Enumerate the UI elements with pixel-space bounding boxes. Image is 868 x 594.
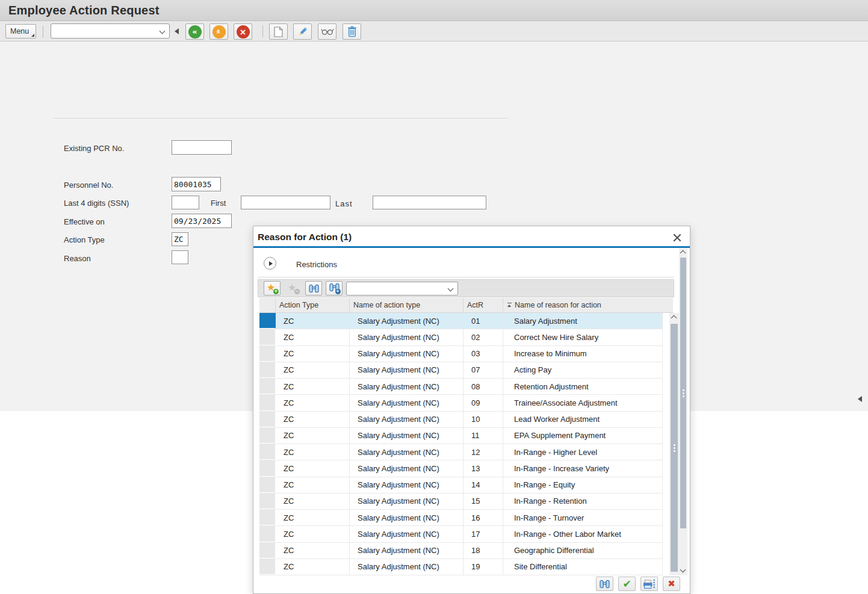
row-selection-marker[interactable] [259, 395, 276, 410]
create-button[interactable] [269, 23, 288, 40]
cell-name-of-action-type[interactable]: Salary Adjustment (NC) [350, 379, 463, 394]
table-row[interactable]: ZC Salary Adjustment (NC) 11 EPA Supplem… [259, 428, 663, 444]
cell-actr[interactable]: 14 [463, 477, 503, 493]
cell-action-type[interactable]: ZC [276, 526, 350, 542]
cell-actr[interactable]: 19 [463, 559, 503, 575]
row-selection-marker[interactable] [259, 444, 276, 460]
cell-name-of-action-type[interactable]: Salary Adjustment (NC) [350, 559, 463, 575]
cell-action-type[interactable]: ZC [276, 346, 350, 362]
table-row[interactable]: ZC Salary Adjustment (NC) 07 Acting Pay [259, 362, 663, 379]
change-button[interactable] [293, 23, 312, 40]
cell-reason[interactable]: Geographic Differential [503, 543, 663, 558]
dialog-scrollbar-thumb[interactable] [680, 258, 686, 528]
close-icon[interactable] [671, 232, 683, 244]
cell-name-of-action-type[interactable]: Salary Adjustment (NC) [350, 543, 463, 558]
display-button[interactable] [318, 23, 336, 40]
cell-reason[interactable]: In-Range - Increase Variety [503, 460, 663, 476]
cell-action-type[interactable]: ZC [276, 412, 350, 427]
cell-actr[interactable]: 13 [463, 460, 503, 476]
chevron-down-icon[interactable] [448, 286, 454, 292]
cell-name-of-action-type[interactable]: Salary Adjustment (NC) [350, 412, 463, 427]
cell-name-of-action-type[interactable]: Salary Adjustment (NC) [350, 428, 463, 444]
cell-reason[interactable]: Site Differential [503, 559, 663, 575]
cancel-button[interactable]: × [234, 23, 252, 40]
cell-name-of-action-type[interactable]: Salary Adjustment (NC) [350, 313, 463, 329]
cell-name-of-action-type[interactable]: Salary Adjustment (NC) [350, 362, 463, 378]
cell-name-of-action-type[interactable]: Salary Adjustment (NC) [350, 346, 463, 362]
cell-reason[interactable]: Trainee/Associate Adjustment [503, 395, 663, 410]
cell-name-of-action-type[interactable]: Salary Adjustment (NC) [350, 477, 463, 493]
row-selection-marker[interactable] [259, 346, 276, 362]
row-selection-marker[interactable] [259, 510, 276, 525]
cell-reason[interactable]: In-Range - Turnover [503, 510, 663, 525]
dialog-scrollbar[interactable] [679, 249, 687, 575]
row-selection-marker[interactable] [259, 559, 276, 575]
cell-actr[interactable]: 16 [463, 510, 503, 525]
cell-name-of-action-type[interactable]: Salary Adjustment (NC) [350, 493, 463, 509]
cell-actr[interactable]: 12 [463, 444, 503, 460]
last-name-input[interactable] [373, 196, 486, 209]
cell-reason[interactable]: Salary Adjustment [503, 313, 663, 329]
cell-reason[interactable]: In-Range - Equity [503, 477, 663, 493]
cell-actr[interactable]: 15 [463, 493, 503, 509]
table-row[interactable]: ZC Salary Adjustment (NC) 12 In-Range - … [259, 444, 663, 460]
cell-action-type[interactable]: ZC [276, 510, 350, 525]
row-selection-marker[interactable] [259, 428, 276, 444]
row-selection-marker[interactable] [259, 379, 276, 394]
command-field[interactable] [51, 23, 170, 39]
table-row[interactable]: ZC Salary Adjustment (NC) 09 Trainee/Ass… [259, 395, 663, 411]
scroll-down-icon[interactable] [680, 567, 686, 573]
row-selection-marker[interactable] [259, 493, 276, 509]
row-selection-marker[interactable] [259, 412, 276, 427]
cell-name-of-action-type[interactable]: Salary Adjustment (NC) [350, 395, 463, 410]
table-row[interactable]: ZC Salary Adjustment (NC) 13 In-Range - … [259, 460, 663, 477]
command-field-input[interactable] [54, 25, 156, 37]
scroll-up-icon[interactable] [671, 315, 677, 321]
table-row[interactable]: ZC Salary Adjustment (NC) 10 Lead Worker… [259, 412, 663, 428]
exit-button[interactable]: « [209, 23, 228, 40]
table-row[interactable]: ZC Salary Adjustment (NC) 17 In-Range - … [259, 526, 663, 542]
cell-action-type[interactable]: ZC [276, 428, 350, 444]
menu-button[interactable]: Menu [5, 24, 36, 39]
cell-reason[interactable]: Acting Pay [503, 362, 663, 378]
cell-reason[interactable]: Increase to Minimum [503, 346, 663, 362]
chevron-down-icon[interactable] [160, 28, 166, 34]
cell-name-of-action-type[interactable]: Salary Adjustment (NC) [350, 510, 463, 525]
cell-reason[interactable]: In-Range - Other Labor Market [503, 526, 663, 542]
cell-reason[interactable]: EPA Supplement Payment [503, 428, 663, 444]
personnel-no-input[interactable] [172, 177, 221, 191]
table-row[interactable]: ZC Salary Adjustment (NC) 01 Salary Adju… [259, 313, 663, 329]
insert-in-personal-list-button[interactable]: ★ + [264, 281, 281, 295]
cell-name-of-action-type[interactable]: Salary Adjustment (NC) [350, 329, 463, 345]
cell-action-type[interactable]: ZC [276, 444, 350, 460]
cell-actr[interactable]: 11 [463, 428, 503, 444]
cell-name-of-action-type[interactable]: Salary Adjustment (NC) [350, 460, 463, 476]
cell-name-of-action-type[interactable]: Salary Adjustment (NC) [350, 526, 463, 542]
cell-name-of-action-type[interactable]: Salary Adjustment (NC) [350, 444, 463, 460]
dialog-find-button[interactable] [596, 577, 613, 591]
row-selection-marker[interactable] [259, 460, 276, 476]
cell-actr[interactable]: 18 [463, 543, 503, 558]
cell-action-type[interactable]: ZC [276, 313, 350, 329]
column-header-name-of-action-type[interactable]: Name of action type [350, 298, 463, 312]
cell-actr[interactable]: 02 [463, 329, 503, 345]
find-next-button[interactable]: + [326, 281, 343, 295]
column-header-actr[interactable]: ActR [463, 298, 503, 312]
dialog-accept-button[interactable]: ✔ [618, 577, 636, 591]
find-button[interactable] [305, 281, 322, 295]
cell-action-type[interactable]: ZC [276, 329, 350, 345]
row-selection-marker[interactable] [259, 526, 276, 542]
table-row[interactable]: ZC Salary Adjustment (NC) 19 Site Differ… [259, 559, 663, 575]
side-panel-collapse-icon[interactable] [858, 396, 862, 402]
existing-pcr-input[interactable] [172, 140, 232, 155]
cell-actr[interactable]: 10 [463, 412, 503, 427]
table-row[interactable]: ZC Salary Adjustment (NC) 15 In-Range - … [259, 493, 663, 510]
cell-actr[interactable]: 07 [463, 362, 503, 378]
cell-action-type[interactable]: ZC [276, 460, 350, 476]
table-row[interactable]: ZC Salary Adjustment (NC) 02 Correct New… [259, 329, 663, 345]
action-type-input[interactable] [172, 232, 188, 246]
cell-actr[interactable]: 17 [463, 526, 503, 542]
cell-reason[interactable]: Retention Adjustment [503, 379, 663, 394]
cell-action-type[interactable]: ZC [276, 379, 350, 394]
column-header-action-type[interactable]: Action Type [276, 298, 350, 312]
